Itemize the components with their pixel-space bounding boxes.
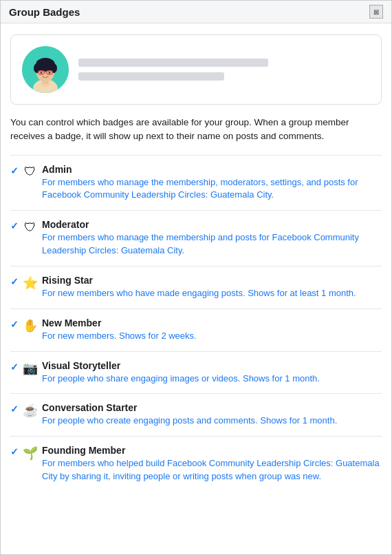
close-button[interactable]: ⊠ — [369, 5, 383, 19]
badge-checkmark-admin: ✓ — [10, 165, 19, 176]
group-badges-window: Group Badges ⊠ — [0, 0, 392, 555]
badge-icon-moderator: 🛡 — [23, 220, 38, 235]
badge-name-rising-star: Rising Star — [42, 275, 382, 286]
badge-name-visual-storyteller: Visual Storyteller — [42, 360, 382, 371]
badge-name-founding-member: Founding Member — [42, 445, 382, 456]
badge-icon-conversation-starter: ☕ — [23, 403, 38, 418]
badge-item-admin[interactable]: ✓🛡AdminFor members who manage the member… — [10, 156, 382, 211]
profile-preview-card — [10, 34, 382, 105]
badge-checkmark-rising-star: ✓ — [10, 276, 19, 287]
badge-desc-visual-storyteller: For people who share engaging images or … — [42, 373, 382, 386]
badge-desc-admin: For members who manage the membership, m… — [42, 176, 382, 202]
badge-checkmark-new-member: ✓ — [10, 319, 19, 330]
svg-point-7 — [36, 59, 54, 67]
svg-point-12 — [49, 72, 51, 74]
badge-icon-new-member: ✋ — [23, 318, 38, 333]
badge-icon-admin: 🛡 — [23, 165, 38, 180]
badge-name-admin: Admin — [42, 164, 382, 175]
badge-item-rising-star[interactable]: ✓⭐Rising StarFor new members who have ma… — [10, 266, 382, 309]
badge-item-moderator[interactable]: ✓🛡ModeratorFor members who manage the me… — [10, 211, 382, 266]
badge-item-conversation-starter[interactable]: ✓☕Conversation StarterFor people who cre… — [10, 394, 382, 437]
badge-content-visual-storyteller: Visual StorytellerFor people who share e… — [42, 360, 382, 386]
badge-content-rising-star: Rising StarFor new members who have made… — [42, 275, 382, 300]
badge-checkmark-conversation-starter: ✓ — [10, 404, 19, 415]
badge-name-conversation-starter: Conversation Starter — [42, 402, 382, 413]
badge-content-new-member: New MemberFor new members. Shows for 2 w… — [42, 317, 382, 343]
badge-desc-new-member: For new members. Shows for 2 weeks. — [42, 330, 382, 343]
badge-item-visual-storyteller[interactable]: ✓📷Visual StorytellerFor people who share… — [10, 352, 382, 395]
avatar — [22, 46, 69, 93]
badge-content-admin: AdminFor members who manage the membersh… — [42, 164, 382, 202]
badge-checkmark-founding-member: ✓ — [10, 446, 19, 457]
badge-icon-visual-storyteller: 📷 — [23, 361, 38, 376]
main-content: You can control which badges are availab… — [1, 23, 391, 503]
badge-desc-founding-member: For members who helped build Facebook Co… — [42, 457, 382, 483]
badge-list: ✓🛡AdminFor members who manage the member… — [10, 156, 382, 492]
svg-point-11 — [41, 72, 43, 74]
placeholder-line-1 — [78, 59, 268, 67]
badge-desc-rising-star: For new members who have made engaging p… — [42, 287, 382, 300]
badge-desc-conversation-starter: For people who create engaging posts and… — [42, 415, 382, 428]
badge-name-new-member: New Member — [42, 317, 382, 328]
close-icon: ⊠ — [373, 8, 379, 16]
badge-content-moderator: ModeratorFor members who manage the memb… — [42, 219, 382, 258]
badge-checkmark-moderator: ✓ — [10, 220, 19, 231]
badge-icon-founding-member: 🌱 — [23, 446, 38, 461]
badge-name-moderator: Moderator — [42, 219, 382, 230]
badge-content-founding-member: Founding MemberFor members who helped bu… — [42, 445, 382, 483]
window-title: Group Badges — [9, 6, 80, 18]
badge-item-founding-member[interactable]: ✓🌱Founding MemberFor members who helped … — [10, 437, 382, 492]
badge-desc-moderator: For members who manage the membership an… — [42, 231, 382, 258]
description-text: You can control which badges are availab… — [10, 116, 382, 144]
badge-checkmark-visual-storyteller: ✓ — [10, 362, 19, 373]
badge-icon-rising-star: ⭐ — [23, 275, 38, 291]
profile-placeholder-lines — [78, 59, 370, 81]
badge-item-new-member[interactable]: ✓✋New MemberFor new members. Shows for 2… — [10, 309, 382, 352]
window-header: Group Badges ⊠ — [1, 1, 391, 23]
placeholder-line-2 — [78, 72, 224, 81]
badge-content-conversation-starter: Conversation StarterFor people who creat… — [42, 402, 382, 428]
